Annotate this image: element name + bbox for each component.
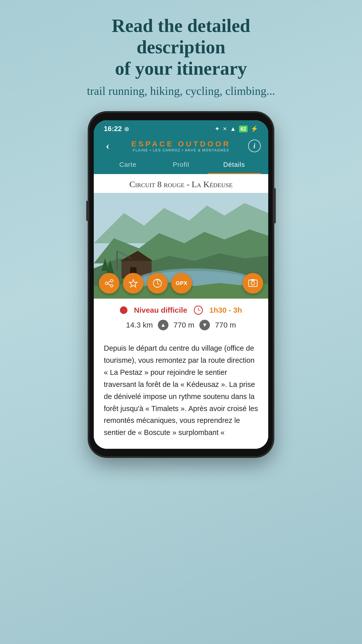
- route-image: GPX: [94, 193, 268, 299]
- route-description: Depuis le départ du centre du village (o…: [94, 342, 268, 449]
- header-subtitle: trail running, hiking, cycling, climbing…: [68, 84, 294, 98]
- difficulty-row: Niveau difficile 1h30 - 3h: [104, 306, 258, 315]
- photo-gallery-button[interactable]: [243, 273, 263, 294]
- svg-line-22: [157, 283, 159, 285]
- page-header: Read the detailed description of your it…: [68, 15, 294, 98]
- svg-point-14: [110, 279, 113, 282]
- back-button[interactable]: ‹: [101, 139, 114, 152]
- app-name: ESPACE OUTDOOR: [131, 140, 231, 148]
- header-title: Read the detailed description of your it…: [68, 15, 294, 79]
- status-bar: 16:22 ◎ ✦ ✕ ▲ 62 ⚡: [94, 120, 268, 136]
- svg-rect-10: [116, 251, 118, 271]
- route-header: Circuit 8 rouge - La Kédeuse: [94, 174, 268, 193]
- descent-value: 770 m: [215, 321, 236, 329]
- content-area: Circuit 8 rouge - La Kédeuse: [94, 174, 268, 449]
- tab-details[interactable]: Détails: [208, 156, 261, 174]
- svg-rect-25: [249, 280, 257, 287]
- svg-point-26: [251, 281, 255, 285]
- time-label: 1h30 - 3h: [209, 306, 242, 314]
- status-time: 16:22 ◎: [104, 125, 129, 133]
- add-time-icon: [153, 278, 162, 288]
- x-icon: ✕: [223, 126, 227, 132]
- share-icon: [105, 279, 114, 288]
- photo-icon: [248, 279, 258, 288]
- app-tagline: FLAINE • LES CARROZ • ARVE & MONTAGNES: [131, 148, 231, 152]
- difficulty-dot: [120, 306, 127, 314]
- clock-icon: [194, 306, 203, 315]
- svg-point-15: [105, 282, 108, 285]
- app-logo: ESPACE OUTDOOR FLAINE • LES CARROZ • ARV…: [131, 140, 231, 152]
- action-buttons-row: GPX: [99, 273, 263, 294]
- gpx-label: GPX: [176, 280, 187, 287]
- bluetooth-icon: ✦: [215, 125, 220, 132]
- phone-screen: 16:22 ◎ ✦ ✕ ▲ 62 ⚡ ‹ ESPACE OUTDOOR FLAI…: [94, 120, 268, 449]
- tab-carte[interactable]: Carte: [101, 156, 154, 174]
- difficulty-label: Niveau difficile: [134, 306, 187, 314]
- tab-bar: Carte Profil Détails: [101, 156, 261, 174]
- svg-line-17: [108, 281, 110, 283]
- ascent-value: 770 m: [173, 321, 194, 329]
- route-title: Circuit 8 rouge - La Kédeuse: [99, 180, 263, 189]
- svg-point-16: [110, 285, 113, 287]
- star-icon: [128, 279, 138, 288]
- favorite-button[interactable]: [123, 273, 144, 294]
- phone-frame: 16:22 ◎ ✦ ✕ ▲ 62 ⚡ ‹ ESPACE OUTDOOR FLAI…: [89, 113, 273, 456]
- battery-indicator: 62: [239, 126, 248, 132]
- tab-details-label: Détails: [223, 161, 245, 168]
- svg-marker-19: [129, 279, 137, 287]
- distance-value: 14.3 km: [126, 321, 153, 329]
- wifi-icon: ▲: [230, 126, 236, 132]
- header-title-line2: of your itinerary: [115, 58, 247, 79]
- info-button[interactable]: i: [248, 140, 261, 152]
- nav-row: ‹ ESPACE OUTDOOR FLAINE • LES CARROZ • A…: [101, 139, 261, 152]
- header-title-line1: Read the detailed description: [112, 15, 250, 57]
- time-display: 16:22: [104, 125, 122, 133]
- charging-icon: ⚡: [251, 125, 258, 132]
- gpx-button[interactable]: GPX: [171, 273, 192, 294]
- svg-line-18: [108, 284, 110, 285]
- battery-level: 62: [241, 126, 246, 132]
- tab-profil-label: Profil: [173, 161, 189, 168]
- stats-row: 14.3 km ▲ 770 m ▼ 770 m: [104, 320, 258, 330]
- ascent-icon: ▲: [158, 320, 168, 330]
- tab-carte-label: Carte: [119, 161, 137, 168]
- share-button[interactable]: [99, 273, 119, 294]
- add-itinerary-button[interactable]: [147, 273, 168, 294]
- descent-icon: ▼: [199, 320, 210, 330]
- status-icons: ✦ ✕ ▲ 62 ⚡: [215, 125, 258, 132]
- tab-profil[interactable]: Profil: [154, 156, 207, 174]
- signal-icon: ◎: [124, 126, 129, 132]
- top-navigation: ‹ ESPACE OUTDOOR FLAINE • LES CARROZ • A…: [94, 136, 268, 174]
- route-info: Niveau difficile 1h30 - 3h 14.3 km ▲ 770…: [94, 299, 268, 342]
